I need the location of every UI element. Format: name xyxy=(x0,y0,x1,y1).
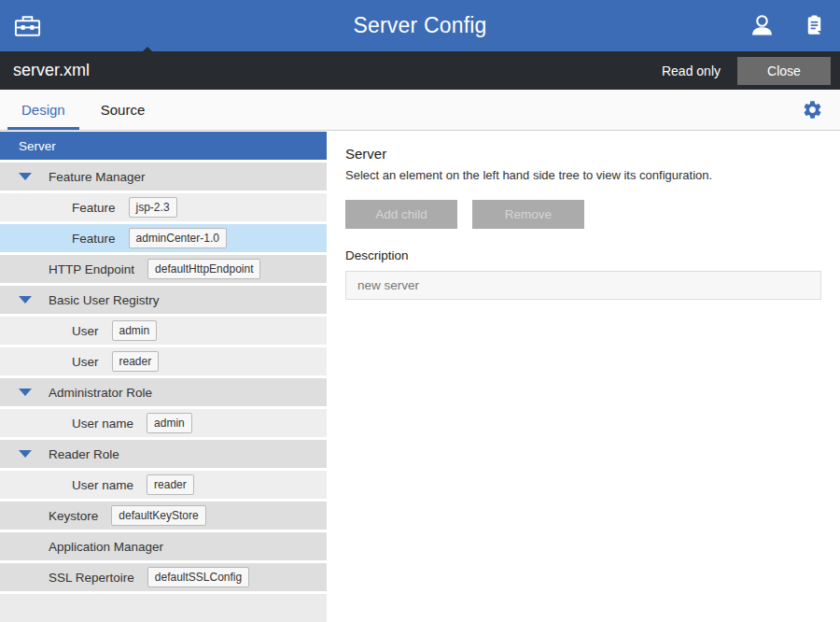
tab-bar: Design Source xyxy=(0,90,840,131)
clipboard-icon xyxy=(802,12,827,39)
filename-label: server.xml xyxy=(13,61,90,80)
tree-item-value-badge: admin xyxy=(112,320,158,341)
tree-item-reader-role[interactable]: Reader Role xyxy=(0,440,327,468)
tree-item-ssl-repertoire[interactable]: SSL Repertoire defaultSSLConfig xyxy=(0,563,327,591)
tree-item-value-badge: reader xyxy=(147,474,194,495)
settings-button[interactable] xyxy=(802,99,823,120)
app-header: Server Config xyxy=(0,0,840,51)
add-child-button[interactable]: Add child xyxy=(345,200,457,229)
tree-item-http-endpoint[interactable]: HTTP Endpoint defaultHttpEndpoint xyxy=(0,255,327,283)
toolbox-button[interactable] xyxy=(13,13,42,39)
gear-icon xyxy=(802,99,823,120)
tree-item-feature-admincenter[interactable]: Feature adminCenter-1.0 xyxy=(0,224,327,252)
tree-item-label: Feature xyxy=(72,201,116,215)
tree-item-label: User xyxy=(72,355,99,369)
tree-item-label: User xyxy=(72,324,99,338)
tree-item-username-reader[interactable]: User name reader xyxy=(0,471,327,499)
tree-item-user-reader[interactable]: User reader xyxy=(0,347,327,375)
tree-item-label: Feature xyxy=(72,232,116,246)
file-bar: server.xml Read only Close xyxy=(0,51,840,90)
collapse-arrow-icon[interactable] xyxy=(19,173,32,180)
tree-item-value-badge: defaultHttpEndpoint xyxy=(147,259,260,279)
tree-item-value-badge: defaultSSLConfig xyxy=(147,567,249,587)
tree-item-username-admin[interactable]: User name admin xyxy=(0,409,327,437)
collapse-arrow-icon[interactable] xyxy=(19,296,32,304)
description-label: Description xyxy=(345,248,821,262)
tree-item-application-manager[interactable]: Application Manager xyxy=(0,532,327,560)
tools-menu-button[interactable] xyxy=(802,12,827,39)
tree-item-label: Basic User Registry xyxy=(49,293,160,307)
tree-item-value-badge: defaultKeyStore xyxy=(111,505,205,526)
tree-item-value-badge: reader xyxy=(112,351,160,372)
user-icon xyxy=(749,12,776,39)
tree-item-basic-user-registry[interactable]: Basic User Registry xyxy=(0,286,327,314)
tab-design[interactable]: Design xyxy=(7,90,79,130)
tree-item-label: Server xyxy=(19,139,56,153)
detail-panel: Server Select an element on the left han… xyxy=(327,131,840,622)
tree-item-user-admin[interactable]: User admin xyxy=(0,317,327,345)
tree-item-label: HTTP Endpoint xyxy=(49,262,134,276)
collapse-arrow-icon[interactable] xyxy=(19,450,32,458)
tree-item-label: Keystore xyxy=(49,509,98,523)
tree-item-label: User name xyxy=(72,417,133,431)
page-title: Server Config xyxy=(353,13,486,38)
tree-item-feature-manager[interactable]: Feature Manager xyxy=(0,163,327,191)
tree-item-server[interactable]: Server xyxy=(0,132,327,160)
tree-item-value-badge: jsp-2.3 xyxy=(129,197,177,218)
read-only-badge: Read only xyxy=(662,64,721,78)
user-account-button[interactable] xyxy=(749,12,776,39)
tree-filler xyxy=(0,594,327,622)
tree-item-label: Application Manager xyxy=(49,540,163,554)
tree-item-label: Feature Manager xyxy=(49,170,146,184)
detail-subtitle: Select an element on the left hand side … xyxy=(345,168,821,182)
content-area: Server Feature Manager Feature jsp-2.3 F… xyxy=(0,131,840,622)
tree-item-keystore[interactable]: Keystore defaultKeyStore xyxy=(0,502,327,530)
tree-item-label: User name xyxy=(72,478,133,492)
tree-item-value-badge: adminCenter-1.0 xyxy=(129,228,227,248)
config-tree: Server Feature Manager Feature jsp-2.3 F… xyxy=(0,131,327,622)
tree-item-value-badge: admin xyxy=(147,413,192,433)
description-input[interactable] xyxy=(345,271,821,300)
tab-source[interactable]: Source xyxy=(87,90,160,130)
tree-item-label: Reader Role xyxy=(49,447,119,461)
tree-item-label: Administrator Role xyxy=(49,386,152,400)
detail-title: Server xyxy=(345,146,821,162)
collapse-arrow-icon[interactable] xyxy=(19,389,32,396)
tree-item-label: SSL Repertoire xyxy=(49,571,134,585)
tree-item-feature-jsp[interactable]: Feature jsp-2.3 xyxy=(0,193,327,221)
tree-item-administrator-role[interactable]: Administrator Role xyxy=(0,378,327,406)
close-button[interactable]: Close xyxy=(737,57,831,85)
toolbar-notch xyxy=(142,47,153,52)
remove-button[interactable]: Remove xyxy=(472,200,584,229)
toolbox-icon xyxy=(13,13,42,39)
